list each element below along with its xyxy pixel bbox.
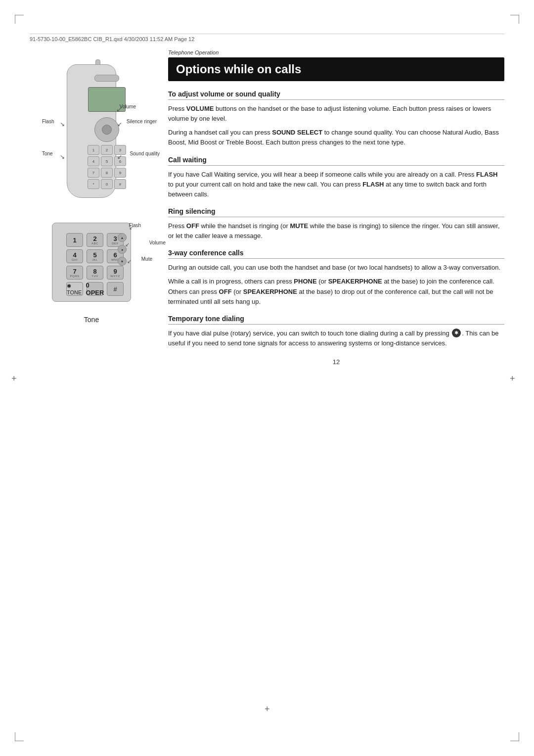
section-heading-3way: 3-way conference calls	[168, 249, 504, 259]
page-title: Options while on calls	[176, 62, 496, 76]
handset-body: 1 2 3 4 5 6 7 8 9 * 0 #	[67, 64, 116, 198]
section-3way: 3-way conference calls During an outside…	[168, 249, 504, 307]
arrow-tone-icon: ↘	[60, 153, 65, 160]
base-body: 1 2ABC 3DEF 4GHI 5JKL 6MNO 7PQRS 8TUV 9W…	[52, 223, 131, 302]
arrow-silence-icon: ↙	[117, 121, 122, 128]
bkey-4: 4GHI	[66, 249, 83, 263]
phone-base: 1 2ABC 3DEF 4GHI 5JKL 6MNO 7PQRS 8TUV 9W…	[44, 218, 138, 312]
section-para-3way-2: While a call is in progress, others can …	[168, 277, 504, 306]
base-illustration: 1 2ABC 3DEF 4GHI 5JKL 6MNO 7PQRS 8TUV 9W…	[32, 218, 151, 324]
hkey-star: *	[88, 179, 99, 189]
label-silence-ringer: Silence ringer	[127, 119, 157, 124]
hkey-5: 5	[101, 156, 113, 166]
section-label: Telephone Operation	[168, 49, 504, 55]
bkey-5: 5JKL	[87, 249, 103, 263]
section-para-volume-2: During a handset call you can press SOUN…	[168, 128, 504, 147]
handset-nav-button	[94, 117, 119, 142]
arrow-volume-icon: ↙	[116, 105, 122, 113]
label-base-mute: Mute	[141, 256, 152, 262]
section-para-3way-1: During an outside call, you can use both…	[168, 263, 504, 273]
bkey-2: 2ABC	[87, 233, 103, 247]
corner-mark-br	[510, 732, 519, 741]
section-para-volume-1: Press VOLUME buttons on the handset or t…	[168, 104, 504, 124]
section-ring-silencing: Ring silencing Press OFF while the hands…	[168, 207, 504, 241]
page-title-block: Options while on calls	[168, 57, 504, 81]
arrow-base-flash-icon: ↙	[129, 225, 134, 231]
label-base-volume: Volume	[149, 240, 166, 245]
hkey-9: 9	[114, 168, 126, 178]
base-side-buttons: ▲ ● ▼	[118, 233, 127, 266]
hkey-hash: #	[114, 179, 126, 189]
section-heading-ringsilencing: Ring silencing	[168, 207, 504, 217]
tone-icon	[452, 329, 461, 337]
main-content: 1 2 3 4 5 6 7 8 9 * 0 # Vol	[30, 49, 504, 716]
bkey-star: ✱ TONE	[66, 282, 83, 296]
section-heading-callwaiting: Call waiting	[168, 156, 504, 166]
cross-right	[512, 378, 520, 386]
bkey-8: 8TUV	[87, 266, 103, 280]
base-keypad: 1 2ABC 3DEF 4GHI 5JKL 6MNO 7PQRS 8TUV 9W…	[66, 233, 125, 296]
hkey-0: 0	[101, 179, 113, 189]
bkey-zero: 0 OPER	[87, 282, 103, 296]
arrow-flash-icon: ↘	[60, 121, 65, 128]
page-number: 12	[168, 358, 504, 366]
hkey-2: 2	[101, 145, 113, 155]
section-heading-volume: To adjust volume or sound quality	[168, 90, 504, 100]
label-sound-quality: Sound quality	[130, 151, 160, 156]
section-para-tonedialing-1: If you have dial pulse (rotary) service,…	[168, 329, 504, 348]
left-column: 1 2 3 4 5 6 7 8 9 * 0 # Vol	[30, 49, 153, 716]
base-side-btn-1: ▲	[118, 233, 127, 242]
base-side-btn-3: ▼	[118, 257, 127, 266]
section-heading-tonedialing: Temporary tone dialing	[168, 315, 504, 325]
header-file-info: 91-5730-10-00_E5862BC CIB_R1.qxd 4/30/20…	[30, 34, 504, 42]
corner-mark-bl	[15, 732, 24, 741]
right-column: Telephone Operation Options while on cal…	[168, 49, 504, 716]
bkey-9: 9WXYZ	[107, 266, 124, 280]
bkey-7: 7PQRS	[66, 266, 83, 280]
label-base-tone: Tone	[84, 316, 99, 324]
arrow-base-volume-icon: ↙	[125, 241, 130, 248]
hkey-4: 4	[88, 156, 99, 166]
label-tone: Tone	[42, 151, 53, 156]
hkey-7: 7	[88, 168, 99, 178]
handset-speaker	[94, 75, 119, 82]
hkey-8: 8	[101, 168, 113, 178]
section-adjust-volume: To adjust volume or sound quality Press …	[168, 90, 504, 148]
arrow-base-mute-icon: ↙	[127, 258, 132, 265]
corner-mark-tl	[15, 15, 24, 24]
section-para-ringsilencing-1: Press OFF while the handset is ringing (…	[168, 221, 504, 241]
section-para-callwaiting-1: If you have Call Waiting service, you wi…	[168, 170, 504, 199]
corner-mark-tr	[510, 15, 519, 24]
handset-keypad: 1 2 3 4 5 6 7 8 9 * 0 #	[86, 145, 128, 189]
cross-left	[14, 378, 22, 386]
label-flash: Flash	[42, 119, 54, 124]
bkey-hash: #	[107, 282, 124, 296]
section-tone-dialing: Temporary tone dialing If you have dial …	[168, 315, 504, 348]
bkey-1: 1	[66, 233, 83, 247]
section-call-waiting: Call waiting If you have Call Waiting se…	[168, 156, 504, 199]
arrow-soundq-icon: ↙	[117, 153, 122, 160]
handset-illustration: 1 2 3 4 5 6 7 8 9 * 0 # Vol	[52, 59, 131, 208]
hkey-1: 1	[88, 145, 99, 155]
